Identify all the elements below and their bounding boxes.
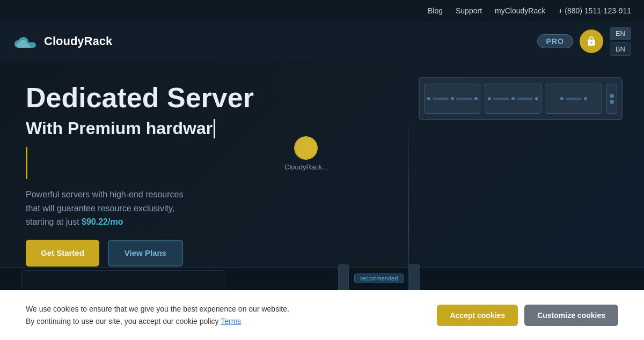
rack-dot (451, 97, 454, 100)
rack-unit-2 (485, 84, 541, 114)
rack-line (456, 98, 472, 100)
rack-dot (474, 97, 478, 100)
rack-end-dot (610, 94, 614, 98)
chat-bubble-area: CloudyRack... (284, 136, 328, 171)
vertical-divider (408, 109, 409, 305)
chat-name: CloudyRack... (284, 163, 328, 171)
pro-badge: PRO (537, 34, 573, 48)
lang-bn-button[interactable]: BN (610, 42, 631, 56)
rack-dot (535, 97, 538, 100)
rack-dot (511, 97, 515, 100)
hero-description: Powerful servers with high-end resources… (26, 188, 230, 229)
hero-right (419, 72, 623, 120)
cursor-bar (214, 119, 215, 138)
header-right: PRO EN BN (537, 27, 631, 56)
cookie-banner: We use cookies to ensure that we give yo… (0, 290, 644, 340)
rack-line (433, 98, 449, 100)
hero-buttons: Get Started View Plans (26, 240, 631, 267)
blog-link[interactable]: Blog (428, 6, 443, 15)
chat-avatar (294, 136, 318, 160)
header: CloudyRack PRO EN BN (0, 21, 644, 61)
rack-line (517, 98, 533, 100)
server-rack (419, 77, 623, 120)
rack-dot (488, 97, 491, 100)
cookie-text: We use cookies to ensure that we give yo… (26, 303, 289, 327)
my-account-link[interactable]: myCloudyRack (495, 6, 545, 15)
recommended-badge: recommended (354, 274, 404, 283)
hero-subtitle: With Premium hardwar (26, 119, 631, 138)
phone-number: + (880) 1511-123-911 (558, 6, 631, 15)
rack-unit-3 (546, 84, 602, 114)
logo-area[interactable]: CloudyRack (13, 33, 112, 50)
customize-cookies-button[interactable]: Customize cookies (524, 305, 618, 326)
cookie-buttons: Accept cookies Customize cookies (437, 305, 618, 326)
terms-link[interactable]: Terms (221, 317, 241, 326)
rack-dot (560, 97, 564, 100)
support-link[interactable]: Support (456, 6, 482, 15)
rack-dot (427, 97, 430, 100)
hero-divider (26, 147, 27, 179)
accept-cookies-button[interactable]: Accept cookies (437, 305, 518, 326)
lock-button[interactable] (580, 29, 603, 53)
rack-line (493, 98, 509, 100)
hero-price: $90.22/mo (82, 217, 123, 226)
rack-line (566, 98, 582, 100)
view-plans-button[interactable]: View Plans (108, 240, 183, 267)
cloud-logo-icon (13, 33, 39, 50)
top-nav: Blog Support myCloudyRack + (880) 1511-1… (0, 0, 644, 21)
lock-icon (586, 36, 597, 47)
lang-group: EN BN (610, 27, 631, 56)
chat-avatar-inner (295, 137, 317, 159)
logo-text: CloudyRack (44, 34, 112, 48)
rack-unit-1 (424, 84, 480, 114)
rack-dot (584, 97, 587, 100)
rack-end-dot (610, 100, 614, 104)
lang-en-button[interactable]: EN (610, 27, 631, 40)
get-started-button[interactable]: Get Started (26, 240, 99, 267)
rack-end (606, 84, 617, 114)
